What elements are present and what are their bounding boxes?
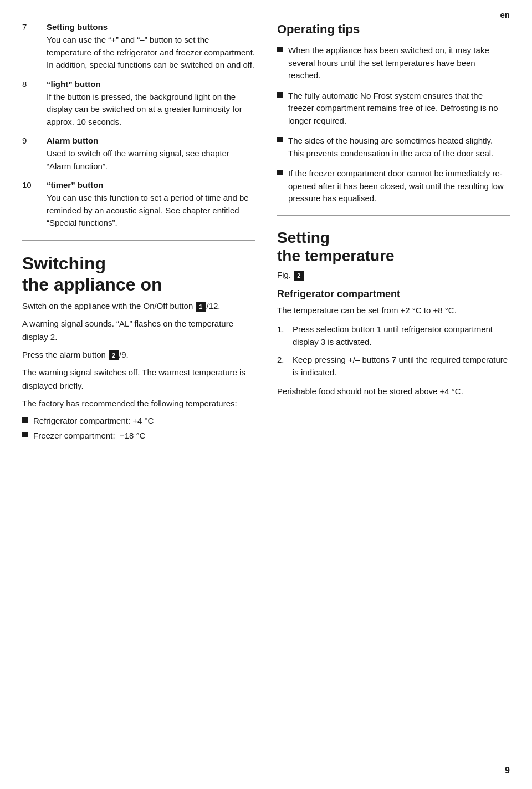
numbered-items-list: 7 Setting buttons You can use the “+” an…	[22, 22, 255, 230]
switching-heading-line1: Switching	[22, 253, 106, 273]
tip-0-text: When the appliance has been switched on,…	[288, 44, 510, 82]
page-number: 9	[505, 766, 510, 776]
item-7-content: Setting buttons You can use the “+” and …	[47, 22, 255, 72]
two-column-layout: 7 Setting buttons You can use the “+” an…	[22, 22, 510, 444]
tip-3-text: If the freezer compartment door cannot b…	[288, 167, 510, 205]
item-10: 10 “timer” button You can use this funct…	[22, 180, 255, 230]
tip-2-text: The sides of the housing are sometimes h…	[288, 135, 510, 160]
refrigerator-note: Perishable food should not be stored abo…	[277, 385, 510, 398]
item-10-number: 10	[22, 180, 38, 230]
item-9-content: Alarm button Used to switch off the warn…	[47, 136, 255, 172]
item-9-body: Used to switch off the warning signal, s…	[47, 147, 255, 172]
left-column: 7 Setting buttons You can use the “+” an…	[22, 22, 255, 444]
item-7-number: 7	[22, 22, 38, 72]
temp-bullet-1-text: Freezer compartment: −18 °C	[33, 430, 145, 442]
temp-bullet-0-text: Refrigerator compartment: +4 °C	[33, 415, 154, 427]
switching-section: Switching the appliance on Switch on the…	[22, 253, 255, 442]
setting-temp-heading: Setting the temperature	[277, 228, 510, 266]
tip-1-text: The fully automatic No Frost system ensu…	[288, 90, 510, 128]
switching-p2: A warning signal sounds. “AL” flashes on…	[22, 317, 255, 344]
right-column: Operating tips When the appliance has be…	[277, 22, 510, 444]
refrigerator-steps: 1. Press selection button 1 until refrig…	[277, 323, 510, 379]
fig-line: Fig. 2	[277, 270, 510, 281]
step-2-num: 2.	[277, 354, 288, 379]
item-10-title: “timer” button	[47, 180, 255, 190]
operating-tips-section: Operating tips When the appliance has be…	[277, 22, 510, 205]
item-8: 8 “light” button If the button is presse…	[22, 79, 255, 129]
item-7-title: Setting buttons	[47, 22, 255, 32]
temp-bullets-list: Refrigerator compartment: +4 °C Freezer …	[22, 415, 255, 442]
step-1-num: 1.	[277, 323, 288, 348]
item-9: 9 Alarm button Used to switch off the wa…	[22, 136, 255, 172]
refrigerator-intro: The temperature can be set from +2 °C to…	[277, 304, 510, 317]
switching-p3-text-after: /9.	[119, 350, 129, 359]
item-10-body: You can use this function to set a perio…	[47, 192, 255, 230]
setting-temp-section: Setting the temperature Fig. 2 Refrigera…	[277, 228, 510, 398]
operating-tips-list: When the appliance has been switched on,…	[277, 44, 510, 205]
badge-2-p3: 2	[109, 350, 119, 360]
tip-3-bullet	[277, 170, 283, 175]
item-10-content: “timer” button You can use this function…	[47, 180, 255, 230]
tip-0: When the appliance has been switched on,…	[277, 44, 510, 82]
bullet-square-1	[22, 432, 28, 437]
item-8-content: “light” button If the button is pressed,…	[47, 79, 255, 129]
switching-p3: Press the alarm button 2/9.	[22, 348, 255, 362]
operating-tips-title: Operating tips	[277, 22, 510, 37]
item-9-number: 9	[22, 136, 38, 172]
tip-2: The sides of the housing are sometimes h…	[277, 135, 510, 160]
switching-p1-text-middle: /12.	[206, 301, 220, 310]
tip-3: If the freezer compartment door cannot b…	[277, 167, 510, 205]
tip-2-bullet	[277, 137, 283, 142]
refrigerator-compartment-title: Refrigerator compartment	[277, 288, 510, 300]
temp-bullet-1: Freezer compartment: −18 °C	[22, 430, 255, 442]
switching-p1-text-before: Switch on the appliance with the On/Off …	[22, 301, 195, 310]
fig-badge: 2	[294, 271, 304, 281]
item-8-body: If the button is pressed, the background…	[47, 91, 255, 129]
right-divider	[277, 215, 510, 216]
item-8-number: 8	[22, 79, 38, 129]
switching-p5: The factory has recommended the followin…	[22, 397, 255, 410]
tip-0-bullet	[277, 47, 283, 52]
step-2: 2. Keep pressing +/– buttons 7 until the…	[277, 354, 510, 379]
step-1-text: Press selection button 1 until refrigera…	[293, 323, 510, 348]
page-container: en 7 Setting buttons You can use the “+”…	[0, 0, 532, 789]
left-divider	[22, 240, 255, 241]
setting-temp-heading-line1: Setting	[277, 229, 330, 246]
item-7: 7 Setting buttons You can use the “+” an…	[22, 22, 255, 72]
switching-p4: The warning signal switches off. The war…	[22, 366, 255, 393]
tip-1: The fully automatic No Frost system ensu…	[277, 90, 510, 128]
temp-bullet-0: Refrigerator compartment: +4 °C	[22, 415, 255, 427]
badge-1-p1: 1	[196, 302, 206, 312]
setting-temp-heading-line2: the temperature	[277, 247, 395, 264]
item-7-body: You can use the “+” and “–” button to se…	[47, 34, 255, 72]
switching-p1: Switch on the appliance with the On/Off …	[22, 299, 255, 313]
step-1: 1. Press selection button 1 until refrig…	[277, 323, 510, 348]
fig-label: Fig.	[277, 270, 291, 279]
switching-heading-line2: the appliance on	[22, 274, 162, 294]
item-9-title: Alarm button	[47, 136, 255, 145]
switching-body: Switch on the appliance with the On/Off …	[22, 299, 255, 442]
bullet-square-0	[22, 417, 28, 423]
language-indicator: en	[500, 10, 510, 19]
item-8-title: “light” button	[47, 79, 255, 89]
step-2-text: Keep pressing +/– buttons 7 until the re…	[293, 354, 510, 379]
switching-p3-text-before: Press the alarm button	[22, 350, 108, 359]
tip-1-bullet	[277, 92, 283, 98]
switching-heading: Switching the appliance on	[22, 253, 255, 296]
